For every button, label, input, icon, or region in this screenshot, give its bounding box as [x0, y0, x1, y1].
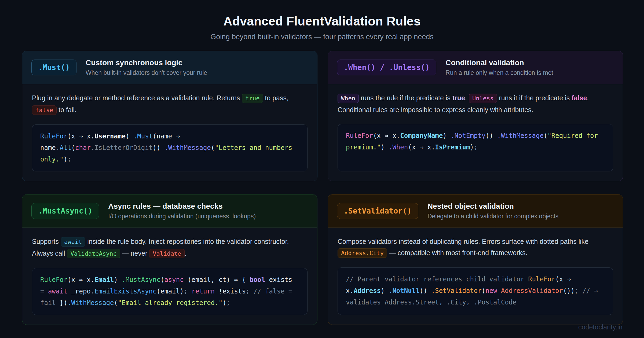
code-line: // Parent validator references child val… — [346, 274, 605, 285]
code-line: RuleFor(x ⇒ x.Email) .MustAsync(async (e… — [40, 274, 299, 286]
card-when-unless-code-block: RuleFor(x ⇒ x.CompanyName) .NotEmpty() .… — [338, 124, 613, 171]
card-must-header: .Must() Custom synchronous logic When bu… — [22, 51, 317, 84]
card-must-heading: Custom synchronous logic When built-in v… — [86, 58, 207, 76]
card-when-unless-title: Conditional validation — [445, 58, 553, 67]
inline-code-chip: When — [338, 94, 359, 103]
inline-code-chip: Unless — [469, 94, 497, 103]
inline-code-chip: Address.City — [338, 248, 387, 258]
card-when-unless-subtitle: Run a rule only when a condition is met — [445, 69, 553, 76]
code-line: fail }).WithMessage("Email already regis… — [40, 297, 299, 309]
code-line: name.All(char.IsLetterOrDigit)) .WithMes… — [40, 142, 299, 154]
code-line: premium.") .When(x ⇒ x.IsPremium); — [346, 142, 605, 153]
accent-word: false — [572, 94, 587, 102]
card-setvalidator-heading: Nested object validation Delegate to a c… — [427, 202, 558, 220]
card-mustasync: .MustAsync() Async rules — database chec… — [22, 194, 317, 325]
card-must-code-block: RuleFor(x ⇒ x.Username) .Must(name ⇒name… — [32, 124, 308, 171]
inline-code-chip: false — [32, 105, 57, 115]
method-badge-must: .Must() — [31, 60, 76, 75]
inline-code-chip: await — [61, 237, 85, 247]
card-mustasync-body: Supports await inside the rule body. Inj… — [22, 228, 317, 266]
cards-grid: .Must() Custom synchronous logic When bu… — [22, 51, 623, 325]
card-when-unless-heading: Conditional validation Run a rule only w… — [445, 58, 553, 76]
code-line: x.Address) .NotNull() .SetValidator(new … — [346, 285, 605, 297]
code-line: validates Address.Street, .City, .Postal… — [346, 297, 605, 308]
card-mustasync-title: Async rules — database checks — [108, 202, 256, 211]
card-must-title: Custom synchronous logic — [86, 58, 207, 67]
code-line: = await _repo.EmailExistsAsync(email); r… — [40, 286, 299, 297]
code-line: RuleFor(x ⇒ x.CompanyName) .NotEmpty() .… — [346, 130, 605, 142]
card-setvalidator-subtitle: Delegate to a child validator for comple… — [427, 213, 558, 220]
page-header: Advanced FluentValidation Rules Going be… — [0, 0, 644, 41]
inline-code-chip: ValidateAsync — [67, 249, 120, 258]
card-mustasync-heading: Async rules — database checks I/O operat… — [108, 202, 256, 220]
card-setvalidator: .SetValidator() Nested object validation… — [328, 194, 623, 325]
card-setvalidator-title: Nested object validation — [427, 202, 558, 211]
method-badge-setvalidator: .SetValidator() — [337, 203, 418, 219]
card-mustasync-code-block: RuleFor(x ⇒ x.Email) .MustAsync(async (e… — [32, 268, 308, 315]
inline-code-chip: Validate — [149, 249, 185, 258]
code-line: RuleFor(x ⇒ x.Username) .Must(name ⇒ — [40, 131, 299, 142]
card-must-subtitle: When built-in validators don't cover you… — [86, 69, 207, 76]
card-mustasync-subtitle: I/O operations during validation (unique… — [108, 213, 256, 220]
card-when-unless: .When() / .Unless() Conditional validati… — [328, 51, 623, 181]
card-setvalidator-body: Compose validators instead of duplicatin… — [328, 228, 623, 265]
accent-word: true — [452, 94, 465, 102]
inline-code-chip: true — [242, 94, 263, 103]
page-subtitle: Going beyond built-in validators — four … — [0, 33, 644, 41]
method-badge-when-unless: .When() / .Unless() — [337, 60, 436, 75]
card-must-body: Plug in any delegate or method reference… — [22, 84, 317, 122]
card-mustasync-header: .MustAsync() Async rules — database chec… — [22, 194, 317, 228]
page-title: Advanced FluentValidation Rules — [0, 14, 644, 28]
card-must: .Must() Custom synchronous logic When bu… — [22, 51, 317, 181]
method-badge-mustasync: .MustAsync() — [31, 203, 99, 219]
card-when-unless-header: .When() / .Unless() Conditional validati… — [328, 51, 623, 84]
card-when-unless-body: When runs the rule if the predicate is t… — [328, 84, 623, 122]
code-line: only."); — [40, 154, 299, 165]
card-setvalidator-code-block: // Parent validator references child val… — [338, 267, 613, 315]
card-setvalidator-header: .SetValidator() Nested object validation… — [328, 194, 623, 228]
watermark: codetoclarity.in — [578, 323, 623, 331]
